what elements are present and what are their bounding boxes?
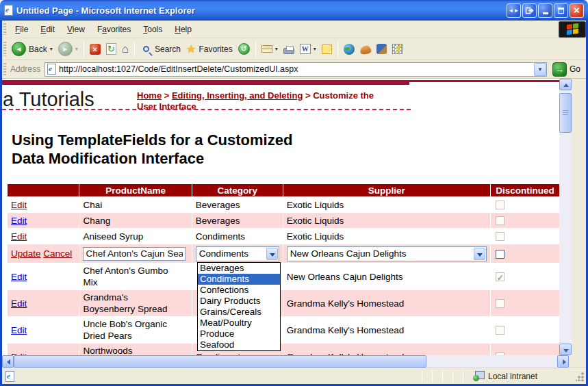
- scroll-down-button[interactable]: [559, 344, 572, 355]
- mail-dropdown-icon[interactable]: ▾: [275, 46, 278, 52]
- menu-favorites[interactable]: Favorites: [91, 23, 137, 36]
- title-bar[interactable]: Untitled Page - Microsoft Internet Explo…: [0, 0, 588, 21]
- discontinued-checkbox[interactable]: [496, 250, 504, 259]
- web-search-extension-button[interactable]: [341, 42, 357, 56]
- status-divider: [422, 371, 422, 382]
- resize-grip[interactable]: [576, 372, 585, 381]
- discontinued-checkbox: [496, 299, 504, 308]
- go-button[interactable]: →: [552, 62, 567, 77]
- edit-link[interactable]: Edit: [11, 298, 27, 309]
- edit-link[interactable]: Edit: [11, 200, 27, 210]
- back-button[interactable]: ◄ Back ▾: [9, 40, 55, 57]
- maximize-button[interactable]: [554, 3, 568, 18]
- minimize-button[interactable]: [538, 3, 552, 18]
- dropdown-option[interactable]: Dairy Products: [198, 296, 280, 307]
- site-title: a Tutorials: [3, 88, 94, 111]
- menu-grip[interactable]: [3, 23, 6, 36]
- menu-view[interactable]: View: [61, 23, 91, 36]
- favorites-label: Favorites: [199, 44, 232, 54]
- messenger-button[interactable]: [389, 42, 405, 55]
- extension-button-2[interactable]: [357, 42, 374, 55]
- local-intranet-icon: [473, 371, 485, 381]
- status-divider: [442, 371, 443, 382]
- supplier-select[interactable]: New Orleans Cajun Delights: [287, 246, 487, 261]
- edit-link[interactable]: Edit: [11, 272, 27, 282]
- menu-help[interactable]: Help: [168, 23, 198, 36]
- research-icon: [376, 44, 387, 54]
- breadcrumb-separator: >: [162, 90, 172, 101]
- action-cell: Edit: [8, 213, 79, 228]
- dropdown-option[interactable]: Meat/Poultry: [198, 318, 280, 329]
- menu-edit[interactable]: Edit: [34, 23, 61, 36]
- refresh-button[interactable]: ↻: [103, 42, 119, 56]
- refresh-icon: ↻: [106, 43, 116, 55]
- stop-button[interactable]: ×: [87, 42, 103, 56]
- product-cell: Northwoods Cranberry Sauce: [79, 344, 191, 355]
- close-button[interactable]: ×: [570, 3, 584, 18]
- address-grip[interactable]: [3, 63, 6, 75]
- vertical-scroll-thumb[interactable]: [559, 93, 572, 133]
- favorites-button[interactable]: ★ Favorites: [183, 41, 235, 57]
- stop-icon: ×: [90, 44, 101, 55]
- edit-dropdown-icon[interactable]: ▾: [314, 46, 316, 52]
- search-button[interactable]: Search: [138, 42, 183, 56]
- horizontal-scroll-thumb[interactable]: [14, 355, 426, 368]
- update-link[interactable]: Update: [11, 248, 41, 259]
- scroll-right-button[interactable]: [557, 355, 569, 368]
- discontinued-cell: [491, 197, 559, 212]
- product-cell: Chef Anton's Gumbo Mix: [79, 263, 191, 290]
- chevron-down-icon[interactable]: [474, 248, 485, 260]
- horizontal-scrollbar[interactable]: [2, 355, 569, 368]
- toolbar-grip[interactable]: [3, 42, 6, 57]
- category-select[interactable]: Condiments: [196, 246, 279, 261]
- forward-icon: ►: [58, 42, 73, 56]
- breadcrumb-link[interactable]: Home: [137, 90, 162, 101]
- product-name-input[interactable]: [83, 247, 186, 261]
- forward-button[interactable]: ► ▾: [55, 40, 81, 57]
- grid-row: EditChangBeveragesExotic Liquids: [8, 213, 559, 228]
- disconnect-button[interactable]: [522, 3, 537, 18]
- dropdown-option[interactable]: Beverages: [198, 263, 280, 274]
- edit-link[interactable]: Edit: [11, 325, 27, 335]
- supplier-cell: Grandma Kelly's Homestead: [283, 344, 490, 355]
- vertical-scrollbar[interactable]: [559, 79, 572, 355]
- home-button[interactable]: ⌂: [119, 41, 131, 57]
- discontinued-checkbox: [496, 326, 504, 335]
- edit-link[interactable]: Edit: [11, 216, 27, 226]
- mail-button[interactable]: ▾: [259, 44, 281, 54]
- breadcrumb-link[interactable]: Editing, Inserting, and Deleting: [172, 90, 303, 101]
- dropdown-option[interactable]: Seafood: [198, 339, 280, 350]
- edit-with-word-button[interactable]: W ▾: [297, 42, 319, 55]
- product-cell: Chai: [79, 197, 191, 212]
- menu-tools[interactable]: Tools: [137, 23, 168, 36]
- cancel-link[interactable]: Cancel: [43, 248, 72, 259]
- dropdown-option[interactable]: Condiments: [198, 274, 280, 285]
- column-header: [8, 184, 79, 196]
- history-button[interactable]: ↺: [235, 42, 253, 56]
- address-input[interactable]: [59, 64, 534, 75]
- chevron-down-icon[interactable]: [266, 248, 278, 260]
- address-dropdown-button[interactable]: ▼: [534, 63, 546, 76]
- supplier-cell: New Orleans Cajun Delights: [283, 263, 490, 290]
- discontinued-checkbox: [496, 216, 504, 225]
- back-dropdown-icon[interactable]: ▾: [50, 46, 53, 52]
- restore-pop-button[interactable]: ◄►: [507, 3, 521, 18]
- toolbar-separator: [255, 42, 256, 57]
- research-button[interactable]: [374, 42, 389, 55]
- grid-row: EditChaiBeveragesExotic Liquids: [8, 197, 559, 212]
- discuss-button[interactable]: [319, 43, 335, 55]
- window-controls: ◄► ×: [507, 3, 584, 18]
- scroll-left-button[interactable]: [2, 355, 14, 368]
- edit-link[interactable]: Edit: [11, 231, 27, 242]
- scroll-up-button[interactable]: [559, 79, 572, 90]
- print-button[interactable]: [281, 43, 297, 55]
- menu-file[interactable]: File: [9, 23, 34, 36]
- dropdown-option[interactable]: Grains/Cereals: [198, 307, 280, 318]
- action-cell: Edit: [8, 197, 79, 212]
- action-cell: Update Cancel: [8, 244, 79, 263]
- column-header: Category: [192, 184, 283, 196]
- forward-dropdown-icon: ▾: [75, 46, 78, 52]
- dropdown-option[interactable]: Produce: [198, 329, 280, 339]
- dropdown-option[interactable]: Confections: [198, 285, 280, 296]
- status-divider: [452, 371, 453, 382]
